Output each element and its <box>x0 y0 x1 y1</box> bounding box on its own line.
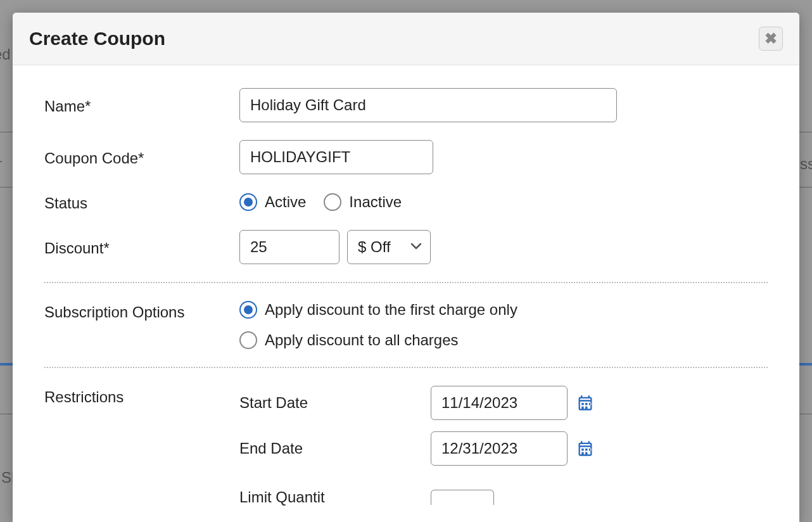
backdrop-text: ed <box>0 46 11 63</box>
restrictions-row: Restrictions Start Date End Date <box>44 386 768 506</box>
radio-icon <box>239 193 257 211</box>
close-button[interactable]: ✖ <box>759 27 783 51</box>
subscription-first-only-label: Apply discount to the first charge only <box>265 301 517 319</box>
status-active-label: Active <box>265 193 306 211</box>
coupon-code-input[interactable] <box>239 140 433 174</box>
status-row: Status Active Inactive <box>44 192 768 212</box>
end-date-input[interactable] <box>431 431 568 466</box>
coupon-code-label: Coupon Code* <box>44 147 239 167</box>
name-row: Name* <box>44 88 768 122</box>
start-date-input[interactable] <box>431 386 568 420</box>
subscription-all-charges-label: Apply discount to all charges <box>265 331 459 349</box>
end-date-label: End Date <box>239 440 422 457</box>
radio-icon <box>324 193 341 211</box>
status-active-radio[interactable]: Active <box>239 193 306 211</box>
subscription-all-charges-radio[interactable]: Apply discount to all charges <box>239 331 459 349</box>
limit-quantity-label: Limit Quantit <box>239 488 422 506</box>
backdrop-text: r <box>0 155 2 173</box>
modal-title: Create Coupon <box>29 28 165 49</box>
start-date-row: Start Date <box>239 386 594 420</box>
name-label: Name* <box>44 95 239 115</box>
subscription-first-only-radio[interactable]: Apply discount to the first charge only <box>239 301 517 319</box>
discount-row: Discount* $ Off <box>44 230 768 264</box>
discount-type-value: $ Off <box>347 230 431 264</box>
radio-icon <box>239 301 257 319</box>
modal-header: Create Coupon ✖ <box>13 13 799 65</box>
limit-quantity-row: Limit Quantit <box>239 488 594 506</box>
divider <box>44 367 768 368</box>
create-coupon-modal: Create Coupon ✖ Name* Coupon Code* Statu… <box>13 13 799 522</box>
close-icon: ✖ <box>764 30 777 48</box>
status-inactive-radio[interactable]: Inactive <box>324 193 402 211</box>
end-date-row: End Date <box>239 431 594 466</box>
subscription-options-label: Subscription Options <box>44 301 239 321</box>
coupon-code-row: Coupon Code* <box>44 140 768 174</box>
discount-label: Discount* <box>44 237 239 257</box>
status-inactive-label: Inactive <box>349 193 402 211</box>
limit-quantity-input[interactable] <box>431 490 494 505</box>
modal-body: Name* Coupon Code* Status Active <box>13 65 799 522</box>
status-label: Status <box>44 192 239 212</box>
divider <box>44 282 768 283</box>
discount-type-select[interactable]: $ Off <box>347 230 431 264</box>
calendar-icon[interactable] <box>576 394 594 412</box>
calendar-icon[interactable] <box>576 440 594 457</box>
discount-amount-input[interactable] <box>239 230 339 264</box>
radio-icon <box>239 331 257 349</box>
start-date-label: Start Date <box>239 394 422 412</box>
name-input[interactable] <box>239 88 617 122</box>
subscription-options-row: Subscription Options Apply discount to t… <box>44 301 768 349</box>
restrictions-label: Restrictions <box>44 386 239 406</box>
